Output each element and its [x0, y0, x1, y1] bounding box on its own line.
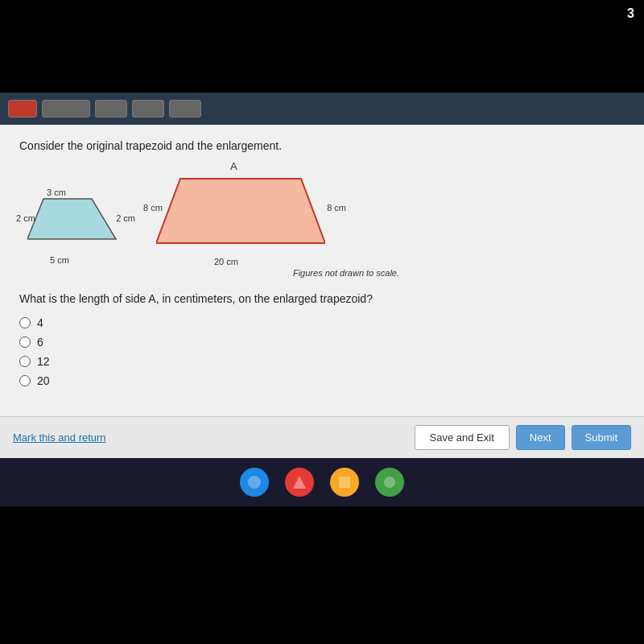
taskbar	[0, 93, 644, 125]
option-6[interactable]: 6	[19, 336, 625, 349]
small-top-label: 3 cm	[47, 188, 66, 197]
radio-20[interactable]	[19, 375, 31, 386]
figures-note: Figures not drawn to scale.	[68, 268, 625, 278]
option-12-label: 12	[37, 355, 50, 368]
svg-rect-4	[339, 477, 350, 488]
large-a-label: A	[230, 160, 237, 172]
taskbar-btn-gray2[interactable]	[95, 100, 127, 118]
nav-icon-green[interactable]	[375, 468, 404, 497]
sub-question: What is the length of side A, in centime…	[19, 292, 625, 305]
large-trapezoid-container: A 8 cm 8 cm 20 cm	[156, 175, 333, 263]
question-intro: Consider the original trapezoid and the …	[19, 139, 625, 152]
large-left-label: 8 cm	[143, 203, 163, 213]
save-exit-button[interactable]: Save and Exit	[415, 425, 510, 450]
page-number: 3	[627, 6, 634, 21]
bottom-nav	[0, 458, 644, 506]
next-button[interactable]: Next	[516, 425, 565, 450]
large-right-label: 8 cm	[327, 203, 346, 213]
svg-marker-1	[156, 179, 325, 243]
large-bottom-label: 20 cm	[214, 257, 238, 266]
small-left-label: 2 cm	[16, 213, 35, 223]
svg-marker-3	[293, 476, 306, 489]
radio-12[interactable]	[19, 356, 31, 367]
nav-icon-blue[interactable]	[240, 468, 269, 497]
small-bottom-label: 5 cm	[50, 255, 69, 265]
submit-button[interactable]: Submit	[572, 425, 631, 450]
top-area: 3	[0, 0, 644, 125]
taskbar-btn-red[interactable]	[8, 100, 37, 118]
option-4-label: 4	[37, 316, 43, 329]
option-20-label: 20	[37, 374, 50, 387]
svg-point-5	[384, 477, 395, 488]
small-trapezoid-container: 3 cm 2 cm 2 cm 5 cm	[27, 191, 132, 263]
answer-options: 4 6 12 20	[19, 316, 625, 387]
taskbar-btn-gray1[interactable]	[42, 100, 90, 118]
radio-4[interactable]	[19, 317, 31, 328]
large-trapezoid-svg	[156, 175, 325, 255]
main-content: Consider the original trapezoid and the …	[0, 125, 644, 416]
bottom-bar: Mark this and return Save and Exit Next …	[0, 416, 644, 458]
svg-marker-0	[27, 199, 116, 239]
nav-icon-red[interactable]	[285, 468, 314, 497]
nav-icon-yellow[interactable]	[330, 468, 359, 497]
radio-6[interactable]	[19, 336, 31, 348]
option-4[interactable]: 4	[19, 316, 625, 329]
small-trapezoid-svg	[27, 191, 132, 255]
option-20[interactable]: 20	[19, 374, 625, 387]
option-12[interactable]: 12	[19, 355, 625, 368]
figures-area: 3 cm 2 cm 2 cm 5 cm A 8 cm 8 cm 20 cm	[19, 167, 625, 263]
mark-this-link[interactable]: Mark this and return	[13, 431, 408, 444]
taskbar-btn-gray4[interactable]	[169, 100, 201, 118]
svg-point-2	[248, 476, 261, 489]
taskbar-btn-gray3[interactable]	[132, 100, 164, 118]
small-right-label: 2 cm	[116, 213, 135, 223]
option-6-label: 6	[37, 336, 43, 349]
